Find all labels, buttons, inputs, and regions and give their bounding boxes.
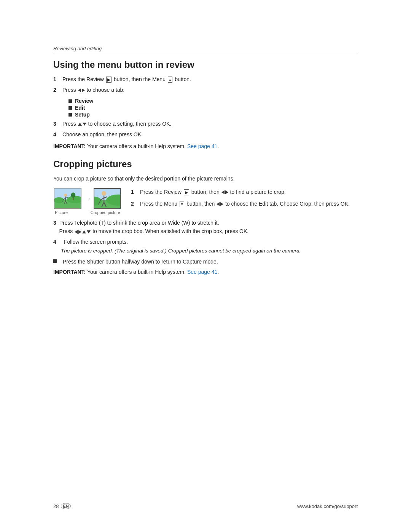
bullet-icon xyxy=(68,113,72,117)
section1-title: Using the menu button in review xyxy=(53,59,358,70)
important1: IMPORTANT: Your camera offers a built-in… xyxy=(53,142,358,150)
crop-step1-num: 1 xyxy=(131,188,139,196)
review-icon: ▶ xyxy=(106,77,112,83)
step1-num: 1 xyxy=(53,75,61,83)
right-icon xyxy=(225,190,228,194)
section-divider xyxy=(53,53,358,53)
bullet-review: Review xyxy=(68,98,358,104)
right-icon3 xyxy=(78,230,81,234)
right-icon2 xyxy=(220,202,223,206)
page: Reviewing and editing Using the menu but… xyxy=(0,0,411,532)
crop-step3-press: Press xyxy=(59,228,75,234)
cropping-images: → xyxy=(53,188,122,215)
crop-step1-content: Press the Review ▶ button, then to find … xyxy=(140,188,286,196)
crop-step3-line1: Press Telephoto (T) to shrink the crop a… xyxy=(59,220,219,226)
page-num-area: 28 EN xyxy=(53,503,71,509)
important1-label: IMPORTANT: xyxy=(53,143,86,149)
image-labels: Picture Cropped picture xyxy=(53,210,122,215)
cropping-intro: You can crop a picture so that only the … xyxy=(53,175,358,183)
menu-icon2: ≡ xyxy=(180,201,184,207)
important1-text: Your camera offers a built-in Help syste… xyxy=(86,143,186,149)
section2: Cropping pictures You can crop a picture… xyxy=(53,159,358,276)
down-arrow-icon xyxy=(83,123,86,126)
crop-step2-num: 2 xyxy=(131,200,139,208)
step4-num: 4 xyxy=(53,131,61,139)
crop-step4-content: Follow the screen prompts. xyxy=(64,239,128,245)
crop-step3-line2-after: to move the crop box. When satisfied wit… xyxy=(91,228,249,234)
bullet-edit-label: Edit xyxy=(75,105,85,111)
bullet-review-label: Review xyxy=(75,98,93,104)
bullet-icon xyxy=(68,106,72,110)
bullet-list: Review Edit Setup xyxy=(68,98,358,118)
step1: 1 Press the Review ▶ button, then the Me… xyxy=(53,75,358,83)
important2: IMPORTANT: Your camera offers a built-in… xyxy=(53,268,358,276)
picture-label: Picture xyxy=(55,210,68,215)
left-arrow-icon xyxy=(78,88,81,92)
menu-icon: ≡ xyxy=(168,77,172,83)
italic-note: The picture is cropped. (The original is… xyxy=(61,247,358,255)
crop-step1: 1 Press the Review ▶ button, then to fin… xyxy=(131,188,358,196)
shutter-text: Press the Shutter button halfway down to… xyxy=(63,258,218,266)
step2-num: 2 xyxy=(53,86,61,94)
cropping-steps: 1 Press the Review ▶ button, then to fin… xyxy=(131,188,358,211)
bullet-setup: Setup xyxy=(68,112,358,118)
right-arrow-icon xyxy=(82,88,85,92)
bullet-icon xyxy=(68,99,72,103)
step2: 2 Press to choose a tab: xyxy=(53,86,358,94)
section-label: Reviewing and editing xyxy=(53,46,358,51)
page-number: 28 xyxy=(53,503,59,509)
original-picture xyxy=(54,188,81,209)
bullet-icon2 xyxy=(53,259,57,263)
images-row: → xyxy=(54,188,121,209)
section1-steps: 1 Press the Review ▶ button, then the Me… xyxy=(53,75,358,94)
left-icon xyxy=(221,190,225,194)
step2-content: Press to choose a tab: xyxy=(62,86,124,94)
step3-content: Press to choose a setting, then press OK… xyxy=(62,120,171,128)
cropped-picture xyxy=(94,188,121,209)
footer: 28 EN www.kodak.com/go/support xyxy=(53,503,358,509)
shutter-bullet: Press the Shutter button halfway down to… xyxy=(53,258,358,266)
left-icon3 xyxy=(75,230,78,234)
crop-step4-num: 4 xyxy=(53,239,61,245)
arrow-icon: → xyxy=(84,194,91,203)
svg-point-4 xyxy=(64,193,67,197)
website: www.kodak.com/go/support xyxy=(297,503,358,509)
step1-content: Press the Review ▶ button, then the Menu… xyxy=(62,75,191,83)
see-page-link2[interactable]: See page 41 xyxy=(187,269,217,275)
crop-step4-block: 4 Follow the screen prompts. xyxy=(53,239,358,245)
crop-steps-list: 1 Press the Review ▶ button, then to fin… xyxy=(131,188,358,208)
crop-step3-num: 3 xyxy=(53,220,56,226)
step3: 3 Press to choose a setting, then press … xyxy=(53,120,358,128)
crop-step2-content: Press the Menu ≡ button, then to choose … xyxy=(140,200,350,208)
up-icon3 xyxy=(82,230,86,233)
en-badge: EN xyxy=(61,503,70,509)
step4-content: Choose an option, then press OK. xyxy=(62,131,143,139)
svg-point-12 xyxy=(71,193,76,198)
left-icon2 xyxy=(217,202,220,206)
step3-num: 3 xyxy=(53,120,61,128)
bullet-setup-label: Setup xyxy=(75,112,90,118)
cropped-label: Cropped picture xyxy=(91,210,120,215)
step4: 4 Choose an option, then press OK. xyxy=(53,131,358,139)
section1-steps-cont: 3 Press to choose a setting, then press … xyxy=(53,120,358,139)
review-icon2: ▶ xyxy=(184,189,189,195)
section1: Using the menu button in review 1 Press … xyxy=(53,59,358,150)
section2-title: Cropping pictures xyxy=(53,159,358,169)
see-page-link1[interactable]: See page 41 xyxy=(187,143,217,149)
svg-point-17 xyxy=(102,191,106,196)
cropping-body: → xyxy=(53,188,358,215)
important2-label: IMPORTANT: xyxy=(53,269,86,275)
crop-step2: 2 Press the Menu ≡ button, then to choos… xyxy=(131,200,358,208)
crop-step3-block: 3 Press Telephoto (T) to shrink the crop… xyxy=(53,219,358,236)
important2-text: Your camera offers a built-in Help syste… xyxy=(86,269,186,275)
bullet-edit: Edit xyxy=(68,105,358,111)
down-icon3 xyxy=(87,230,91,233)
up-arrow-icon xyxy=(78,123,82,126)
